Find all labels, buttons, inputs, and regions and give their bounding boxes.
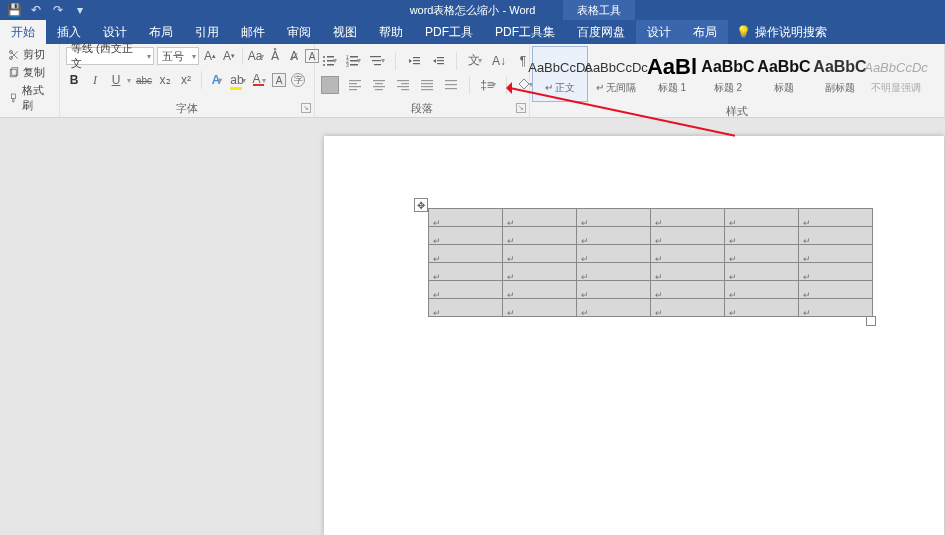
style-title[interactable]: AaBbC 标题 [756,46,812,102]
svg-rect-29 [349,89,357,90]
tab-ctx-layout[interactable]: 布局 [682,20,728,44]
style-name: 不明显强调 [871,81,921,95]
tab-review[interactable]: 审阅 [276,20,322,44]
text-effects-icon[interactable]: A▾ [209,72,225,88]
align-center-icon[interactable] [371,77,387,93]
increase-indent-icon[interactable] [430,53,446,69]
svg-rect-34 [397,80,409,81]
subscript-button[interactable]: x₂ [157,72,173,88]
ribbon-tabs: 开始 插入 设计 布局 引用 邮件 审阅 视图 帮助 PDF工具 PDF工具集 … [0,20,945,44]
align-left-icon[interactable] [347,77,363,93]
style-sample: AaBbCcDc [528,53,592,81]
tab-layout[interactable]: 布局 [138,20,184,44]
copy-button[interactable]: 复制 [6,65,53,80]
asian-layout-icon[interactable]: 文▾ [467,53,483,69]
shading-fill-icon[interactable] [321,76,339,94]
align-distribute-icon[interactable] [443,77,459,93]
group-paragraph: ▾ 123▾ ▾ 文▾ A↓ ¶ [315,44,530,117]
font-launcher-icon[interactable]: ↘ [301,103,311,113]
style-heading1[interactable]: AaBl 标题 1 [644,46,700,102]
change-case-icon[interactable]: Aa▾ [248,48,264,64]
style-name: ↵ 正文 [545,81,576,95]
multilevel-icon[interactable]: ▾ [369,53,385,69]
tab-ctx-design[interactable]: 设计 [636,20,682,44]
paragraph-launcher-icon[interactable]: ↘ [516,103,526,113]
undo-icon[interactable]: ↶ [28,2,44,18]
cut-button[interactable]: 剪切 [6,47,53,62]
svg-rect-38 [421,80,433,81]
table-row[interactable] [429,281,873,299]
style-name: 副标题 [825,81,855,95]
shrink-font-icon[interactable]: A▾ [221,48,237,64]
tab-pdf-toolset[interactable]: PDF工具集 [484,20,566,44]
svg-rect-22 [413,63,420,64]
underline-dd-icon[interactable]: ▾ [127,76,131,85]
save-icon[interactable]: 💾 [6,2,22,18]
bold-button[interactable]: B [66,72,82,88]
table-move-handle-icon[interactable]: ✥ [414,198,428,212]
line-spacing-icon[interactable]: ‡≡▾ [480,77,496,93]
grow-font-icon[interactable]: A▴ [202,48,218,64]
tab-pdf-tool[interactable]: PDF工具 [414,20,484,44]
redo-icon[interactable]: ↷ [50,2,66,18]
separator [395,52,396,70]
svg-rect-42 [445,80,457,81]
italic-button[interactable]: I [87,72,103,88]
svg-rect-20 [413,57,420,58]
tab-home[interactable]: 开始 [0,20,46,44]
table-row[interactable] [429,245,873,263]
highlight-icon[interactable]: ab▾ [230,72,246,88]
bullets-icon[interactable]: ▾ [321,53,337,69]
tab-help[interactable]: 帮助 [368,20,414,44]
char-shading-icon[interactable]: A [272,73,286,87]
superscript-button[interactable]: x² [178,72,194,88]
page[interactable] [324,136,944,535]
font-group-label: 字体 ↘ [60,101,314,117]
document-area [0,118,945,535]
enclose-char-icon[interactable]: 字 [291,73,305,87]
style-sample: AaBbC [757,53,810,81]
strike-button[interactable]: abc [136,72,152,88]
font-size-combo[interactable]: 五号 [157,47,199,65]
font-color-icon[interactable]: A▾ [251,72,267,88]
quick-access-toolbar: 💾 ↶ ↷ ▾ [0,2,88,18]
decrease-indent-icon[interactable] [406,53,422,69]
window-title: word表格怎么缩小 - Word [410,3,536,18]
style-heading2[interactable]: AaBbC 标题 2 [700,46,756,102]
table-row[interactable] [429,227,873,245]
phonetic-icon[interactable]: A̽ [267,48,283,64]
tab-mailings[interactable]: 邮件 [230,20,276,44]
style-subtle-emphasis[interactable]: AaBbCcDc 不明显强调 [868,46,924,102]
sort-icon[interactable]: A↓ [491,53,507,69]
align-right-icon[interactable] [395,77,411,93]
underline-button[interactable]: U [108,72,124,88]
tab-view[interactable]: 视图 [322,20,368,44]
style-name: 标题 2 [714,81,742,95]
table-row[interactable] [429,263,873,281]
style-sample: AaBbCcDc [864,53,928,81]
svg-point-9 [323,64,325,66]
tab-references[interactable]: 引用 [184,20,230,44]
tell-me-search[interactable]: 💡 操作说明搜索 [736,24,827,41]
style-subtitle[interactable]: AaBbC 副标题 [812,46,868,102]
table-row[interactable] [429,299,873,317]
align-justify-icon[interactable] [419,77,435,93]
font-name-combo[interactable]: 等线 (西文正文 [66,47,154,65]
svg-rect-24 [437,60,444,61]
style-no-spacing[interactable]: AaBbCcDc ↵ 无间隔 [588,46,644,102]
clear-format-icon[interactable]: A̷ [286,48,302,64]
table-resize-handle-icon[interactable] [866,316,876,326]
numbering-icon[interactable]: 123▾ [345,53,361,69]
document-table[interactable] [428,208,873,317]
style-sample: AaBbCcDc [584,53,648,81]
context-tab-label: 表格工具 [563,0,635,20]
table-row[interactable] [429,209,873,227]
svg-rect-17 [370,56,381,57]
style-sample: AaBl [647,53,697,81]
separator [456,52,457,70]
tab-baidu[interactable]: 百度网盘 [566,20,636,44]
svg-text:3: 3 [346,62,349,68]
svg-rect-41 [421,89,433,90]
qat-more-icon[interactable]: ▾ [72,2,88,18]
format-painter-button[interactable]: 格式刷 [6,83,53,113]
